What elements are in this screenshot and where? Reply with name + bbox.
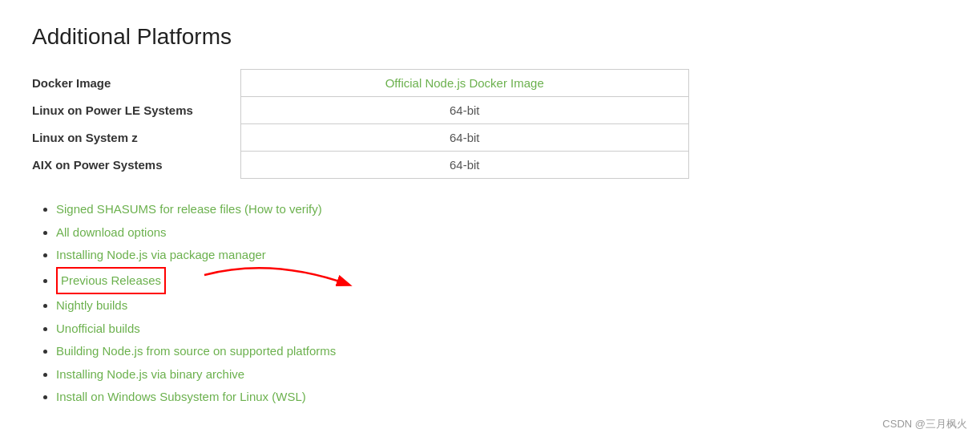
page-title: Additional Platforms (32, 24, 948, 50)
table-cell-label: AIX on Power Systems (32, 152, 240, 179)
list-item: Previous Releases (56, 267, 948, 295)
list-link[interactable]: Unofficial builds (56, 322, 140, 335)
list-link[interactable]: Install on Windows Subsystem for Linux (… (56, 390, 306, 403)
table-cell-value[interactable]: Official Node.js Docker Image (240, 70, 689, 97)
table-row: Docker ImageOfficial Node.js Docker Imag… (32, 70, 689, 97)
table-row: Linux on System z64-bit (32, 124, 689, 152)
links-list: Signed SHASUMS for release files (How to… (32, 198, 948, 409)
list-link[interactable]: All download options (56, 225, 167, 239)
list-item: Building Node.js from source on supporte… (56, 340, 948, 363)
list-item: Signed SHASUMS for release files (How to… (56, 198, 948, 221)
table-cell-value: 64-bit (240, 97, 689, 124)
highlight-box: Previous Releases (56, 267, 166, 295)
watermark: CSDN @三月枫火 (882, 417, 967, 431)
table-cell-label: Linux on System z (32, 124, 240, 152)
list-item: Installing Node.js via package manager (56, 244, 948, 267)
list-link[interactable]: Installing Node.js via binary archive (56, 367, 244, 381)
table-cell-label: Docker Image (32, 70, 240, 97)
list-link[interactable]: Signed SHASUMS for release files (How to… (56, 202, 322, 216)
table-row: Linux on Power LE Systems64-bit (32, 97, 689, 124)
list-link[interactable]: Building Node.js from source on supporte… (56, 344, 336, 358)
list-link[interactable]: Installing Node.js via package manager (56, 248, 266, 261)
table-cell-label: Linux on Power LE Systems (32, 97, 240, 124)
table-cell-value: 64-bit (240, 152, 689, 179)
table-row: AIX on Power Systems64-bit (32, 152, 689, 179)
list-item: Install on Windows Subsystem for Linux (… (56, 386, 948, 409)
table-link[interactable]: Official Node.js Docker Image (385, 76, 544, 90)
list-item: Nightly builds (56, 294, 948, 318)
table-cell-value: 64-bit (240, 124, 689, 152)
list-item: Unofficial builds (56, 318, 948, 341)
list-item: All download options (56, 221, 948, 245)
list-item: Installing Node.js via binary archive (56, 363, 948, 386)
previous-releases-link[interactable]: Previous Releases (61, 273, 161, 287)
list-link[interactable]: Nightly builds (56, 298, 127, 312)
platforms-table: Docker ImageOfficial Node.js Docker Imag… (32, 69, 689, 179)
